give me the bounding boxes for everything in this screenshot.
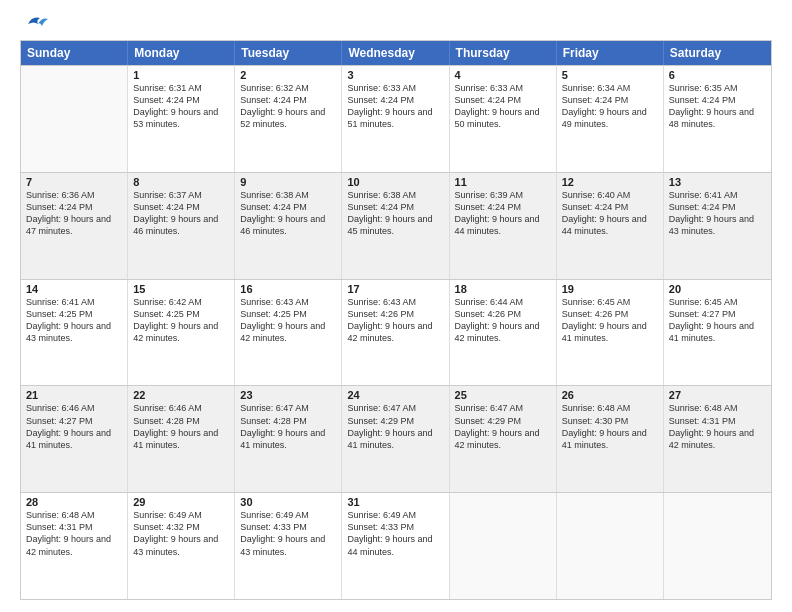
day-number: 18 bbox=[455, 283, 551, 295]
header-cell-friday: Friday bbox=[557, 41, 664, 65]
day-number: 13 bbox=[669, 176, 766, 188]
cell-text: Sunrise: 6:46 AM Sunset: 4:27 PM Dayligh… bbox=[26, 402, 122, 451]
day-number: 28 bbox=[26, 496, 122, 508]
day-number: 20 bbox=[669, 283, 766, 295]
cell-text: Sunrise: 6:40 AM Sunset: 4:24 PM Dayligh… bbox=[562, 189, 658, 238]
day-number: 2 bbox=[240, 69, 336, 81]
cell-text: Sunrise: 6:41 AM Sunset: 4:24 PM Dayligh… bbox=[669, 189, 766, 238]
cell-text: Sunrise: 6:47 AM Sunset: 4:28 PM Dayligh… bbox=[240, 402, 336, 451]
cal-cell: 7Sunrise: 6:36 AM Sunset: 4:24 PM Daylig… bbox=[21, 173, 128, 279]
logo bbox=[20, 18, 48, 30]
cell-text: Sunrise: 6:49 AM Sunset: 4:33 PM Dayligh… bbox=[240, 509, 336, 558]
day-number: 5 bbox=[562, 69, 658, 81]
cell-text: Sunrise: 6:31 AM Sunset: 4:24 PM Dayligh… bbox=[133, 82, 229, 131]
cal-cell: 22Sunrise: 6:46 AM Sunset: 4:28 PM Dayli… bbox=[128, 386, 235, 492]
day-number: 1 bbox=[133, 69, 229, 81]
day-number: 29 bbox=[133, 496, 229, 508]
day-number: 9 bbox=[240, 176, 336, 188]
day-number: 16 bbox=[240, 283, 336, 295]
cal-cell: 25Sunrise: 6:47 AM Sunset: 4:29 PM Dayli… bbox=[450, 386, 557, 492]
cell-text: Sunrise: 6:45 AM Sunset: 4:26 PM Dayligh… bbox=[562, 296, 658, 345]
cal-cell: 8Sunrise: 6:37 AM Sunset: 4:24 PM Daylig… bbox=[128, 173, 235, 279]
cal-cell: 11Sunrise: 6:39 AM Sunset: 4:24 PM Dayli… bbox=[450, 173, 557, 279]
cell-text: Sunrise: 6:34 AM Sunset: 4:24 PM Dayligh… bbox=[562, 82, 658, 131]
day-number: 23 bbox=[240, 389, 336, 401]
cal-cell: 17Sunrise: 6:43 AM Sunset: 4:26 PM Dayli… bbox=[342, 280, 449, 386]
day-number: 10 bbox=[347, 176, 443, 188]
cal-cell: 27Sunrise: 6:48 AM Sunset: 4:31 PM Dayli… bbox=[664, 386, 771, 492]
cal-cell: 9Sunrise: 6:38 AM Sunset: 4:24 PM Daylig… bbox=[235, 173, 342, 279]
header-cell-wednesday: Wednesday bbox=[342, 41, 449, 65]
cal-cell: 29Sunrise: 6:49 AM Sunset: 4:32 PM Dayli… bbox=[128, 493, 235, 599]
day-number: 24 bbox=[347, 389, 443, 401]
cal-cell: 2Sunrise: 6:32 AM Sunset: 4:24 PM Daylig… bbox=[235, 66, 342, 172]
cal-cell: 18Sunrise: 6:44 AM Sunset: 4:26 PM Dayli… bbox=[450, 280, 557, 386]
page: SundayMondayTuesdayWednesdayThursdayFrid… bbox=[0, 0, 792, 612]
cell-text: Sunrise: 6:35 AM Sunset: 4:24 PM Dayligh… bbox=[669, 82, 766, 131]
cal-cell: 20Sunrise: 6:45 AM Sunset: 4:27 PM Dayli… bbox=[664, 280, 771, 386]
cell-text: Sunrise: 6:38 AM Sunset: 4:24 PM Dayligh… bbox=[240, 189, 336, 238]
cal-cell: 14Sunrise: 6:41 AM Sunset: 4:25 PM Dayli… bbox=[21, 280, 128, 386]
day-number: 27 bbox=[669, 389, 766, 401]
cell-text: Sunrise: 6:41 AM Sunset: 4:25 PM Dayligh… bbox=[26, 296, 122, 345]
cal-cell: 30Sunrise: 6:49 AM Sunset: 4:33 PM Dayli… bbox=[235, 493, 342, 599]
cell-text: Sunrise: 6:48 AM Sunset: 4:31 PM Dayligh… bbox=[26, 509, 122, 558]
cell-text: Sunrise: 6:38 AM Sunset: 4:24 PM Dayligh… bbox=[347, 189, 443, 238]
cell-text: Sunrise: 6:49 AM Sunset: 4:33 PM Dayligh… bbox=[347, 509, 443, 558]
cal-cell: 23Sunrise: 6:47 AM Sunset: 4:28 PM Dayli… bbox=[235, 386, 342, 492]
cell-text: Sunrise: 6:37 AM Sunset: 4:24 PM Dayligh… bbox=[133, 189, 229, 238]
logo-bird-icon bbox=[22, 14, 48, 34]
cal-cell: 4Sunrise: 6:33 AM Sunset: 4:24 PM Daylig… bbox=[450, 66, 557, 172]
cell-text: Sunrise: 6:36 AM Sunset: 4:24 PM Dayligh… bbox=[26, 189, 122, 238]
cal-cell: 24Sunrise: 6:47 AM Sunset: 4:29 PM Dayli… bbox=[342, 386, 449, 492]
calendar: SundayMondayTuesdayWednesdayThursdayFrid… bbox=[20, 40, 772, 600]
cell-text: Sunrise: 6:32 AM Sunset: 4:24 PM Dayligh… bbox=[240, 82, 336, 131]
cell-text: Sunrise: 6:43 AM Sunset: 4:26 PM Dayligh… bbox=[347, 296, 443, 345]
header-cell-sunday: Sunday bbox=[21, 41, 128, 65]
day-number: 15 bbox=[133, 283, 229, 295]
calendar-body: 1Sunrise: 6:31 AM Sunset: 4:24 PM Daylig… bbox=[21, 65, 771, 599]
cal-cell: 16Sunrise: 6:43 AM Sunset: 4:25 PM Dayli… bbox=[235, 280, 342, 386]
cell-text: Sunrise: 6:33 AM Sunset: 4:24 PM Dayligh… bbox=[455, 82, 551, 131]
day-number: 7 bbox=[26, 176, 122, 188]
cal-cell: 12Sunrise: 6:40 AM Sunset: 4:24 PM Dayli… bbox=[557, 173, 664, 279]
day-number: 22 bbox=[133, 389, 229, 401]
day-number: 12 bbox=[562, 176, 658, 188]
cell-text: Sunrise: 6:48 AM Sunset: 4:31 PM Dayligh… bbox=[669, 402, 766, 451]
cell-text: Sunrise: 6:42 AM Sunset: 4:25 PM Dayligh… bbox=[133, 296, 229, 345]
cal-cell: 1Sunrise: 6:31 AM Sunset: 4:24 PM Daylig… bbox=[128, 66, 235, 172]
cell-text: Sunrise: 6:39 AM Sunset: 4:24 PM Dayligh… bbox=[455, 189, 551, 238]
cal-cell: 15Sunrise: 6:42 AM Sunset: 4:25 PM Dayli… bbox=[128, 280, 235, 386]
day-number: 6 bbox=[669, 69, 766, 81]
header-cell-saturday: Saturday bbox=[664, 41, 771, 65]
cell-text: Sunrise: 6:46 AM Sunset: 4:28 PM Dayligh… bbox=[133, 402, 229, 451]
cal-cell: 21Sunrise: 6:46 AM Sunset: 4:27 PM Dayli… bbox=[21, 386, 128, 492]
cell-text: Sunrise: 6:43 AM Sunset: 4:25 PM Dayligh… bbox=[240, 296, 336, 345]
day-number: 19 bbox=[562, 283, 658, 295]
cell-text: Sunrise: 6:47 AM Sunset: 4:29 PM Dayligh… bbox=[455, 402, 551, 451]
day-number: 26 bbox=[562, 389, 658, 401]
cal-row: 28Sunrise: 6:48 AM Sunset: 4:31 PM Dayli… bbox=[21, 492, 771, 599]
cal-cell bbox=[557, 493, 664, 599]
day-number: 17 bbox=[347, 283, 443, 295]
day-number: 21 bbox=[26, 389, 122, 401]
cal-cell bbox=[21, 66, 128, 172]
cal-row: 21Sunrise: 6:46 AM Sunset: 4:27 PM Dayli… bbox=[21, 385, 771, 492]
cal-cell bbox=[450, 493, 557, 599]
header-cell-monday: Monday bbox=[128, 41, 235, 65]
header-cell-tuesday: Tuesday bbox=[235, 41, 342, 65]
cal-cell: 10Sunrise: 6:38 AM Sunset: 4:24 PM Dayli… bbox=[342, 173, 449, 279]
cell-text: Sunrise: 6:45 AM Sunset: 4:27 PM Dayligh… bbox=[669, 296, 766, 345]
cell-text: Sunrise: 6:49 AM Sunset: 4:32 PM Dayligh… bbox=[133, 509, 229, 558]
day-number: 11 bbox=[455, 176, 551, 188]
cal-cell bbox=[664, 493, 771, 599]
cal-cell: 28Sunrise: 6:48 AM Sunset: 4:31 PM Dayli… bbox=[21, 493, 128, 599]
cell-text: Sunrise: 6:47 AM Sunset: 4:29 PM Dayligh… bbox=[347, 402, 443, 451]
day-number: 25 bbox=[455, 389, 551, 401]
day-number: 30 bbox=[240, 496, 336, 508]
cal-cell: 31Sunrise: 6:49 AM Sunset: 4:33 PM Dayli… bbox=[342, 493, 449, 599]
cal-cell: 5Sunrise: 6:34 AM Sunset: 4:24 PM Daylig… bbox=[557, 66, 664, 172]
cell-text: Sunrise: 6:33 AM Sunset: 4:24 PM Dayligh… bbox=[347, 82, 443, 131]
cal-cell: 13Sunrise: 6:41 AM Sunset: 4:24 PM Dayli… bbox=[664, 173, 771, 279]
cal-row: 7Sunrise: 6:36 AM Sunset: 4:24 PM Daylig… bbox=[21, 172, 771, 279]
